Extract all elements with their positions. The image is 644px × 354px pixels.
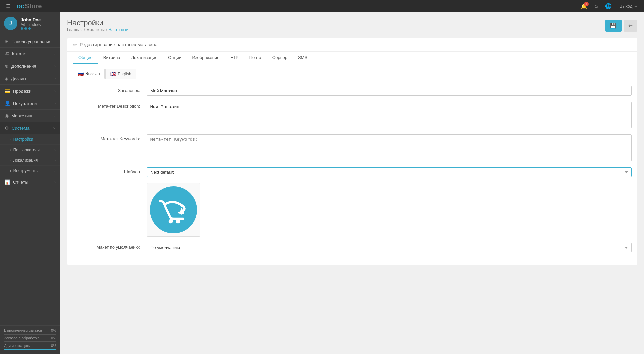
lang-tab-english[interactable]: 🇬🇧 English [105,69,136,79]
layout-label: Макет по умолчанию: [73,243,147,250]
card-header: ✏ Редактирование настроек магазина [67,38,637,52]
tab-options[interactable]: Опции [163,52,187,64]
sidebar-item-customers[interactable]: 👤 Покупатели › [0,97,60,110]
breadcrumb: Главная / Магазины / Настройки [67,27,128,32]
sidebar-subitem-tools[interactable]: › Инструменты › [0,166,60,176]
subitem-label: Локализация [13,158,38,163]
meta-desc-input[interactable]: Мой Магазин [147,102,632,128]
tab-sms[interactable]: SMS [293,52,313,64]
save-button[interactable]: 💾 [605,20,622,32]
layout-select[interactable]: По умолчанию [147,243,632,252]
stat-label: Другие статусы [4,344,31,348]
tab-mail[interactable]: Почта [244,52,267,64]
sidebar-subitem-users[interactable]: › Пользователи › [0,145,60,155]
template-select[interactable]: Next default Default [147,167,632,177]
card-header-title: Редактирование настроек магазина [80,42,157,47]
sidebar-subitem-settings[interactable]: › Настройки [0,134,60,145]
topbar-right: 🔔 1 ⌂ 🌐 Выход → [578,2,641,11]
user-info: John Doe Administrator [21,17,43,30]
home-button[interactable]: ⌂ [592,2,601,10]
tab-localization[interactable]: Локализация [126,52,163,64]
store-logo-svg [152,188,195,232]
tab-ftp[interactable]: FTP [225,52,244,64]
template-field-group: Next default Default [147,167,632,237]
content-area: Настройки Главная / Магазины / Настройки… [60,12,644,354]
title-label: Заголовок: [73,86,147,93]
form-group-meta-keywords: Мета-тег Keywords: [73,134,632,161]
title-input[interactable] [147,86,632,96]
sidebar-subitem-localization[interactable]: › Локализация › [0,155,60,166]
sidebar-item-reports[interactable]: 📊 Отчеты › [0,176,60,188]
notifications-button[interactable]: 🔔 1 [578,2,590,11]
logout-button[interactable]: Выход → [616,2,641,10]
sidebar-item-system[interactable]: ⚙ Система ∨ [0,122,60,134]
sidebar-item-label: Дизайн [11,76,26,81]
breadcrumb-stores[interactable]: Магазины [86,27,105,32]
sidebar-item-label: Покупатели [13,101,37,106]
sidebar: J John Doe Administrator ⊞ Панель управл… [0,12,60,354]
meta-keywords-input[interactable] [147,134,632,161]
stat-value: 0% [51,344,56,348]
page-title-section: Настройки Главная / Магазины / Настройки [67,19,128,32]
globe-button[interactable]: 🌐 [602,2,614,11]
template-label: Шаблон [73,167,147,174]
chevron-down-icon: ∨ [53,126,56,130]
sidebar-user: J John Doe Administrator [0,12,60,35]
sidebar-item-label: Маркетинг [11,113,33,118]
lang-tabs: 🇷🇺 Russian 🇬🇧 English [67,64,637,79]
tab-showcase[interactable]: Витрина [98,52,126,64]
back-button[interactable]: ↩ [624,20,637,32]
edit-icon: ✏ [73,42,77,47]
sidebar-stats: Выполненных заказов 0% Заказов в обработ… [0,325,60,354]
reports-icon: 📊 [5,179,10,185]
user-dots [21,27,43,30]
sidebar-item-design[interactable]: ◈ Дизайн › [0,72,60,85]
meta-desc-label: Мета-тег Description: [73,102,147,109]
chevron-right-icon: › [54,89,56,93]
form-group-template: Шаблон Next default Default [73,167,632,237]
breadcrumb-separator: / [106,27,107,32]
sidebar-item-catalog[interactable]: 🏷 Каталог › [0,48,60,60]
lang-tab-label: Russian [85,71,100,76]
sidebar-submenu: › Настройки › Пользователи › › Локализац… [0,134,60,176]
stat-row-completed: Выполненных заказов 0% [4,328,56,332]
svg-point-2 [176,219,180,223]
stat-row-processing: Заказов в обработке 0% [4,336,56,340]
tab-server[interactable]: Сервер [267,52,293,64]
chevron-right-icon: › [10,148,11,152]
subitem-label: Пользователи [13,148,40,152]
russian-flag-icon: 🇷🇺 [78,71,84,76]
topbar-logo: ocStore [17,2,42,10]
stat-label: Выполненных заказов [4,328,42,332]
marketing-icon: ◉ [5,113,9,118]
sidebar-item-label: Продажи [13,88,31,94]
addons-icon: ⊕ [5,63,9,69]
hamburger-menu-button[interactable]: ☰ [3,2,13,11]
lang-tab-russian[interactable]: 🇷🇺 Russian [73,69,105,79]
topbar: ☰ ocStore 🔔 1 ⌂ 🌐 Выход → [0,0,644,12]
customers-icon: 👤 [5,101,10,106]
stat-bar-other [4,349,56,350]
chevron-right-icon: › [54,101,56,105]
sidebar-item-label: Дополнения [11,64,36,69]
sidebar-item-panel[interactable]: ⊞ Панель управления [0,35,60,48]
breadcrumb-home[interactable]: Главная [67,27,83,32]
settings-card: ✏ Редактирование настроек магазина Общие… [67,38,637,266]
page-title: Настройки [67,19,128,27]
chevron-right-icon: › [54,64,56,68]
sidebar-item-label: Панель управления [11,39,51,44]
page-header-actions: 💾 ↩ [605,20,637,32]
chevron-right-icon: › [54,76,56,80]
stat-bar-completed [4,334,56,335]
topbar-left: ☰ ocStore [3,2,42,11]
tab-images[interactable]: Изображения [187,52,225,64]
chevron-right-icon: › [54,169,56,173]
form-group-title: Заголовок: [73,86,632,96]
sidebar-item-sales[interactable]: 💳 Продажи › [0,85,60,97]
sidebar-item-marketing[interactable]: ◉ Маркетинг › [0,110,60,122]
tab-general[interactable]: Общие [73,52,98,64]
sidebar-item-addons[interactable]: ⊕ Дополнения › [0,60,60,72]
stat-bar-processing [4,341,56,342]
stat-value: 0% [51,336,56,340]
chevron-right-icon: › [54,148,56,152]
